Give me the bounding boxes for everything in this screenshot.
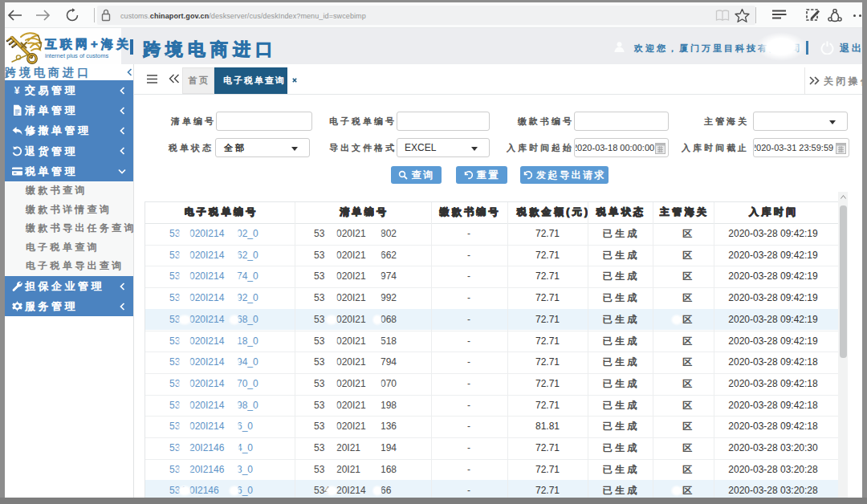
svg-text:¥: ¥ xyxy=(14,85,20,96)
